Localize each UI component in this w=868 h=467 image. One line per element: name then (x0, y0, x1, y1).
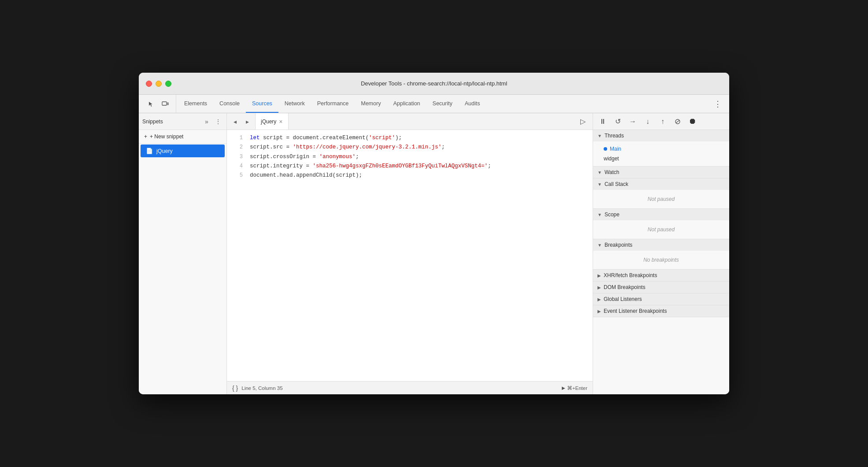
right-panel-content: ▼ Threads Main widget (593, 130, 729, 394)
xhr-breakpoints-header[interactable]: ▶ XHR/fetch Breakpoints (593, 270, 729, 281)
global-listeners-chevron-icon: ▶ (597, 297, 601, 302)
new-snippet-label: + New snippet (150, 133, 183, 140)
global-listeners-header[interactable]: ▶ Global Listeners (593, 293, 729, 305)
tab-audits[interactable]: Audits (459, 95, 486, 113)
call-stack-not-paused: Not paused (593, 193, 729, 206)
async-pause-button[interactable]: ⏺ (686, 115, 699, 128)
sidebar: Snippets » ⋮ + + New snippet 📄 jQuery (139, 113, 227, 394)
event-listener-breakpoints-section: ▶ Event Listener Breakpoints (593, 305, 729, 317)
xhr-breakpoints-title: XHR/fetch Breakpoints (604, 272, 657, 278)
code-editor[interactable]: 1 let script = document.createElement('s… (227, 130, 593, 381)
editor-tabs: ◂ ▸ jQuery × ▷ (227, 113, 593, 130)
event-listener-chevron-icon: ▶ (597, 309, 601, 314)
svg-rect-1 (167, 103, 168, 105)
scope-title: Scope (605, 211, 619, 218)
tab-application[interactable]: Application (387, 95, 426, 113)
watch-chevron-icon: ▼ (597, 170, 602, 175)
dom-breakpoints-header[interactable]: ▶ DOM Breakpoints (593, 282, 729, 293)
breakpoints-body: No breakpoints (593, 251, 729, 269)
call-stack-header[interactable]: ▼ Call Stack (593, 178, 729, 190)
scope-chevron-icon: ▼ (597, 212, 602, 217)
threads-chevron-icon: ▼ (597, 133, 602, 138)
threads-title: Threads (605, 133, 624, 139)
threads-body: Main widget (593, 141, 729, 166)
traffic-lights (146, 81, 171, 87)
no-breakpoints-label: No breakpoints (593, 253, 729, 267)
threads-header[interactable]: ▼ Threads (593, 130, 729, 141)
cursor-icon[interactable] (145, 98, 157, 110)
tab-performance[interactable]: Performance (311, 95, 355, 113)
tab-bar: Elements Console Sources Network Perform… (139, 95, 729, 113)
title-bar: Developer Tools - chrome-search://local-… (139, 73, 729, 95)
run-snippet-button[interactable]: ▶ ⌘+Enter (562, 385, 587, 391)
pause-resume-button[interactable]: ⏸ (597, 115, 609, 128)
tab-console[interactable]: Console (213, 95, 246, 113)
breakpoints-chevron-icon: ▼ (597, 243, 602, 248)
tab-elements[interactable]: Elements (178, 95, 213, 113)
scope-header[interactable]: ▼ Scope (593, 209, 729, 220)
scope-section: ▼ Scope Not paused (593, 209, 729, 239)
run-editor-button[interactable]: ▷ (577, 115, 589, 128)
breakpoints-title: Breakpoints (605, 242, 632, 248)
status-bar-right: ▶ ⌘+Enter (562, 385, 587, 391)
status-bar: { } Line 5, Column 35 ▶ ⌘+Enter (227, 381, 593, 394)
editor-tab-end: ▷ (577, 113, 593, 130)
format-button[interactable]: { } (232, 385, 238, 392)
more-options-button[interactable]: ⋮ (712, 98, 724, 110)
thread-item-widget[interactable]: widget (593, 154, 729, 163)
scope-not-paused: Not paused (593, 223, 729, 236)
new-snippet-button[interactable]: + + New snippet (139, 130, 226, 144)
tab-network[interactable]: Network (278, 95, 311, 113)
snippet-name: jQuery (156, 148, 173, 154)
sidebar-header-icons: » ⋮ (202, 117, 223, 126)
close-button[interactable] (146, 81, 152, 87)
sidebar-more-button[interactable]: ⋮ (213, 117, 223, 126)
thread-item-main[interactable]: Main (593, 144, 729, 154)
nav-back-button[interactable]: ◂ (230, 116, 240, 127)
deactivate-breakpoints-button[interactable] (671, 115, 684, 128)
sidebar-expand-button[interactable]: » (202, 117, 211, 126)
breakpoints-header[interactable]: ▼ Breakpoints (593, 239, 729, 251)
editor-tab-filename: jQuery (261, 119, 276, 125)
watch-header[interactable]: ▼ Watch (593, 167, 729, 178)
dom-breakpoints-section: ▶ DOM Breakpoints (593, 282, 729, 293)
step-button[interactable]: ↑ (657, 115, 669, 128)
global-listeners-section: ▶ Global Listeners (593, 293, 729, 305)
cursor-position: Line 5, Column 35 (241, 385, 282, 391)
tab-security[interactable]: Security (427, 95, 459, 113)
editor-area: ◂ ▸ jQuery × ▷ 1 let script = document.c… (227, 113, 593, 394)
watch-title: Watch (605, 169, 619, 175)
debug-toolbar: ⏸ ↺ → ↓ ↑ ⏺ (593, 113, 729, 130)
tab-bar-end: ⋮ (712, 95, 727, 113)
run-shortcut: ⌘+Enter (567, 385, 587, 391)
editor-file-tab-jquery[interactable]: jQuery × (256, 113, 289, 130)
tab-sources[interactable]: Sources (246, 95, 278, 113)
code-line-1: 1 let script = document.createElement('s… (227, 133, 593, 143)
file-icon: 📄 (146, 148, 153, 154)
snippet-item-jquery[interactable]: 📄 jQuery (141, 145, 225, 157)
svg-rect-0 (162, 102, 167, 105)
code-line-2: 2 script.src = 'https://code.jquery.com/… (227, 143, 593, 152)
minimize-button[interactable] (156, 81, 162, 87)
call-stack-section: ▼ Call Stack Not paused (593, 178, 729, 209)
run-icon: ▶ (562, 385, 565, 390)
window-title: Developer Tools - chrome-search://local-… (361, 80, 507, 87)
devtools-window: Developer Tools - chrome-search://local-… (139, 73, 729, 394)
sidebar-header: Snippets » ⋮ (139, 113, 226, 130)
editor-tab-close-button[interactable]: × (279, 119, 282, 125)
dom-breakpoints-title: DOM Breakpoints (604, 284, 645, 290)
thread-active-indicator (604, 147, 607, 151)
code-line-4: 4 script.integrity = 'sha256-hwg4gsxgFZh… (227, 162, 593, 171)
step-over-button[interactable]: ↺ (612, 115, 624, 128)
nav-forward-button[interactable]: ▸ (242, 116, 252, 127)
device-icon[interactable] (159, 98, 171, 110)
tab-memory[interactable]: Memory (355, 95, 387, 113)
event-listener-breakpoints-title: Event Listener Breakpoints (604, 308, 667, 314)
call-stack-body: Not paused (593, 190, 729, 208)
event-listener-breakpoints-header[interactable]: ▶ Event Listener Breakpoints (593, 305, 729, 317)
xhr-chevron-icon: ▶ (597, 273, 601, 278)
step-out-button[interactable]: ↓ (642, 115, 654, 128)
status-bar-left: { } Line 5, Column 35 (232, 385, 283, 392)
step-into-button[interactable]: → (627, 115, 639, 128)
maximize-button[interactable] (165, 81, 171, 87)
